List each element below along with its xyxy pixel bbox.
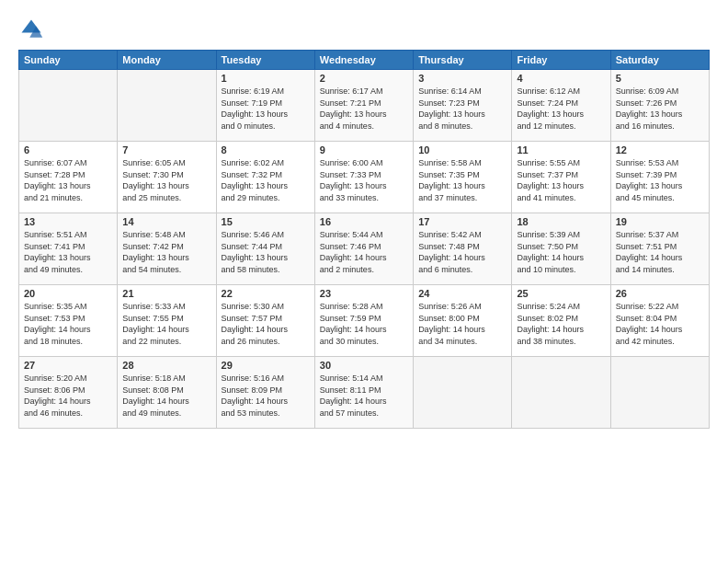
calendar-week-row: 1Sunrise: 6:19 AM Sunset: 7:19 PM Daylig… — [19, 70, 710, 142]
calendar-cell: 17Sunrise: 5:42 AM Sunset: 7:48 PM Dayli… — [414, 213, 512, 285]
day-number: 18 — [517, 216, 605, 227]
day-info: Sunrise: 6:19 AM Sunset: 7:19 PM Dayligh… — [222, 86, 310, 132]
calendar-cell: 16Sunrise: 5:44 AM Sunset: 7:46 PM Dayli… — [314, 213, 413, 285]
calendar-cell — [118, 70, 216, 142]
weekday-header-wednesday: Wednesday — [314, 51, 413, 70]
logo — [18, 17, 48, 42]
day-number: 26 — [616, 288, 704, 299]
day-info: Sunrise: 6:05 AM Sunset: 7:30 PM Dayligh… — [122, 157, 210, 203]
calendar-cell: 28Sunrise: 5:18 AM Sunset: 8:08 PM Dayli… — [118, 357, 216, 429]
day-info: Sunrise: 5:39 AM Sunset: 7:50 PM Dayligh… — [517, 229, 605, 275]
day-number: 17 — [418, 216, 506, 227]
day-info: Sunrise: 5:24 AM Sunset: 8:02 PM Dayligh… — [517, 301, 605, 347]
day-info: Sunrise: 6:02 AM Sunset: 7:32 PM Dayligh… — [222, 157, 310, 203]
day-info: Sunrise: 5:16 AM Sunset: 8:09 PM Dayligh… — [222, 373, 310, 419]
day-info: Sunrise: 5:30 AM Sunset: 7:57 PM Dayligh… — [222, 301, 310, 347]
day-number: 15 — [222, 216, 310, 227]
weekday-header-monday: Monday — [118, 51, 216, 70]
calendar-cell: 24Sunrise: 5:26 AM Sunset: 8:00 PM Dayli… — [414, 285, 512, 357]
day-number: 12 — [616, 144, 704, 155]
day-number: 25 — [517, 288, 605, 299]
weekday-header-row: SundayMondayTuesdayWednesdayThursdayFrid… — [19, 51, 710, 70]
day-number: 16 — [320, 216, 408, 227]
day-number: 23 — [320, 288, 408, 299]
calendar-cell — [512, 357, 610, 429]
calendar-cell: 9Sunrise: 6:00 AM Sunset: 7:33 PM Daylig… — [314, 142, 413, 213]
day-number: 20 — [24, 288, 112, 299]
calendar-cell: 25Sunrise: 5:24 AM Sunset: 8:02 PM Dayli… — [512, 285, 610, 357]
calendar-cell: 2Sunrise: 6:17 AM Sunset: 7:21 PM Daylig… — [314, 70, 413, 142]
logo-icon — [18, 17, 44, 42]
day-info: Sunrise: 6:09 AM Sunset: 7:26 PM Dayligh… — [616, 86, 704, 132]
day-info: Sunrise: 6:17 AM Sunset: 7:21 PM Dayligh… — [320, 86, 408, 132]
calendar-cell — [19, 70, 118, 142]
day-info: Sunrise: 5:20 AM Sunset: 8:06 PM Dayligh… — [24, 373, 112, 419]
calendar-cell: 13Sunrise: 5:51 AM Sunset: 7:41 PM Dayli… — [19, 213, 118, 285]
day-info: Sunrise: 5:28 AM Sunset: 7:59 PM Dayligh… — [320, 301, 408, 347]
day-number: 1 — [222, 73, 310, 84]
weekday-header-tuesday: Tuesday — [216, 51, 314, 70]
calendar-cell: 8Sunrise: 6:02 AM Sunset: 7:32 PM Daylig… — [216, 142, 314, 213]
calendar-cell — [610, 357, 709, 429]
day-info: Sunrise: 5:48 AM Sunset: 7:42 PM Dayligh… — [122, 229, 210, 275]
day-number: 7 — [122, 144, 210, 155]
calendar-cell: 14Sunrise: 5:48 AM Sunset: 7:42 PM Dayli… — [118, 213, 216, 285]
calendar-cell: 10Sunrise: 5:58 AM Sunset: 7:35 PM Dayli… — [414, 142, 512, 213]
day-info: Sunrise: 6:14 AM Sunset: 7:23 PM Dayligh… — [418, 86, 506, 132]
day-info: Sunrise: 5:33 AM Sunset: 7:55 PM Dayligh… — [122, 301, 210, 347]
day-number: 3 — [418, 73, 506, 84]
day-info: Sunrise: 5:26 AM Sunset: 8:00 PM Dayligh… — [418, 301, 506, 347]
day-info: Sunrise: 5:44 AM Sunset: 7:46 PM Dayligh… — [320, 229, 408, 275]
day-info: Sunrise: 5:14 AM Sunset: 8:11 PM Dayligh… — [320, 373, 408, 419]
day-info: Sunrise: 5:22 AM Sunset: 8:04 PM Dayligh… — [616, 301, 704, 347]
calendar-cell: 11Sunrise: 5:55 AM Sunset: 7:37 PM Dayli… — [512, 142, 610, 213]
day-number: 13 — [24, 216, 112, 227]
day-number: 8 — [222, 144, 310, 155]
day-number: 24 — [418, 288, 506, 299]
day-number: 10 — [418, 144, 506, 155]
day-number: 6 — [24, 144, 112, 155]
day-info: Sunrise: 6:07 AM Sunset: 7:28 PM Dayligh… — [24, 157, 112, 203]
calendar-cell: 1Sunrise: 6:19 AM Sunset: 7:19 PM Daylig… — [216, 70, 314, 142]
day-info: Sunrise: 5:46 AM Sunset: 7:44 PM Dayligh… — [222, 229, 310, 275]
header — [18, 17, 710, 42]
calendar-cell: 19Sunrise: 5:37 AM Sunset: 7:51 PM Dayli… — [610, 213, 709, 285]
page: SundayMondayTuesdayWednesdayThursdayFrid… — [0, 0, 728, 563]
day-info: Sunrise: 6:12 AM Sunset: 7:24 PM Dayligh… — [517, 86, 605, 132]
calendar-week-row: 6Sunrise: 6:07 AM Sunset: 7:28 PM Daylig… — [19, 142, 710, 213]
calendar-cell: 21Sunrise: 5:33 AM Sunset: 7:55 PM Dayli… — [118, 285, 216, 357]
calendar-cell: 26Sunrise: 5:22 AM Sunset: 8:04 PM Dayli… — [610, 285, 709, 357]
day-number: 4 — [517, 73, 605, 84]
calendar-cell: 5Sunrise: 6:09 AM Sunset: 7:26 PM Daylig… — [610, 70, 709, 142]
day-info: Sunrise: 5:53 AM Sunset: 7:39 PM Dayligh… — [616, 157, 704, 203]
day-info: Sunrise: 5:58 AM Sunset: 7:35 PM Dayligh… — [418, 157, 506, 203]
calendar-cell: 15Sunrise: 5:46 AM Sunset: 7:44 PM Dayli… — [216, 213, 314, 285]
calendar-cell: 6Sunrise: 6:07 AM Sunset: 7:28 PM Daylig… — [19, 142, 118, 213]
day-number: 19 — [616, 216, 704, 227]
calendar-cell: 22Sunrise: 5:30 AM Sunset: 7:57 PM Dayli… — [216, 285, 314, 357]
day-number: 22 — [222, 288, 310, 299]
calendar-week-row: 27Sunrise: 5:20 AM Sunset: 8:06 PM Dayli… — [19, 357, 710, 429]
weekday-header-thursday: Thursday — [414, 51, 512, 70]
calendar-cell: 18Sunrise: 5:39 AM Sunset: 7:50 PM Dayli… — [512, 213, 610, 285]
day-number: 28 — [122, 360, 210, 371]
day-number: 29 — [222, 360, 310, 371]
day-info: Sunrise: 5:55 AM Sunset: 7:37 PM Dayligh… — [517, 157, 605, 203]
day-info: Sunrise: 6:00 AM Sunset: 7:33 PM Dayligh… — [320, 157, 408, 203]
calendar-cell: 12Sunrise: 5:53 AM Sunset: 7:39 PM Dayli… — [610, 142, 709, 213]
weekday-header-sunday: Sunday — [19, 51, 118, 70]
calendar-cell: 20Sunrise: 5:35 AM Sunset: 7:53 PM Dayli… — [19, 285, 118, 357]
calendar-cell: 23Sunrise: 5:28 AM Sunset: 7:59 PM Dayli… — [314, 285, 413, 357]
calendar-cell: 4Sunrise: 6:12 AM Sunset: 7:24 PM Daylig… — [512, 70, 610, 142]
day-info: Sunrise: 5:37 AM Sunset: 7:51 PM Dayligh… — [616, 229, 704, 275]
calendar-cell: 7Sunrise: 6:05 AM Sunset: 7:30 PM Daylig… — [118, 142, 216, 213]
day-number: 27 — [24, 360, 112, 371]
day-info: Sunrise: 5:51 AM Sunset: 7:41 PM Dayligh… — [24, 229, 112, 275]
day-number: 2 — [320, 73, 408, 84]
day-info: Sunrise: 5:18 AM Sunset: 8:08 PM Dayligh… — [122, 373, 210, 419]
calendar-cell: 30Sunrise: 5:14 AM Sunset: 8:11 PM Dayli… — [314, 357, 413, 429]
calendar-cell: 27Sunrise: 5:20 AM Sunset: 8:06 PM Dayli… — [19, 357, 118, 429]
day-number: 14 — [122, 216, 210, 227]
day-number: 30 — [320, 360, 408, 371]
day-number: 11 — [517, 144, 605, 155]
